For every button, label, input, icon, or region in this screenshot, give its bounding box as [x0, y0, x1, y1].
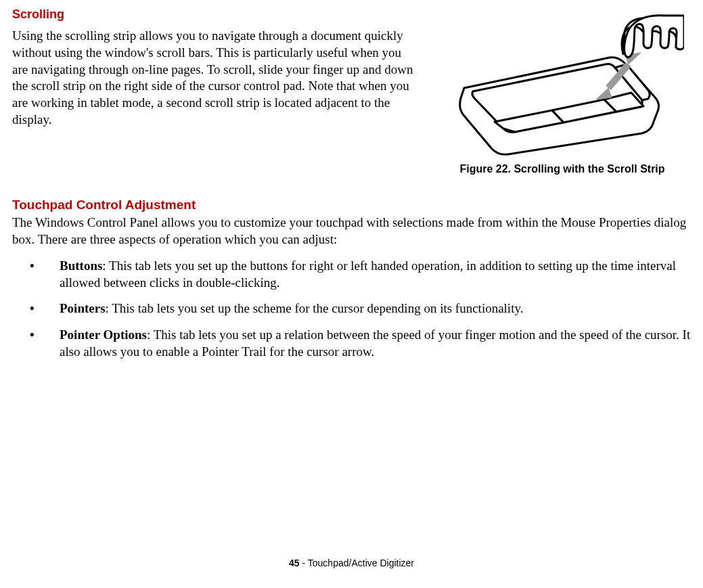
bullet-term: Buttons [60, 258, 102, 273]
list-item: Pointers: This tab lets you set up the s… [45, 300, 691, 317]
bullet-desc: : This tab lets you set up a relation be… [60, 327, 690, 359]
heading-scrolling: Scrolling [12, 7, 417, 22]
paragraph-scrolling: Using the scrolling strip allows you to … [12, 28, 417, 128]
bullet-list: Buttons: This tab lets you set up the bu… [12, 258, 691, 360]
bullet-term: Pointer Options [60, 327, 147, 342]
touchpad-illustration [440, 10, 684, 156]
figure-caption: Figure 22. Scrolling with the Scroll Str… [434, 162, 691, 177]
list-item: Buttons: This tab lets you set up the bu… [45, 258, 691, 291]
bullet-desc: : This tab lets you set up the scheme fo… [106, 301, 524, 315]
heading-touchpad-control-adjustment: Touchpad Control Adjustment [12, 197, 691, 214]
bullet-term: Pointers [60, 301, 106, 315]
list-item: Pointer Options: This tab lets you set u… [45, 327, 691, 360]
paragraph-tca-intro: The Windows Control Panel allows you to … [12, 214, 691, 248]
bullet-desc: : This tab lets you set up the buttons f… [60, 258, 676, 290]
